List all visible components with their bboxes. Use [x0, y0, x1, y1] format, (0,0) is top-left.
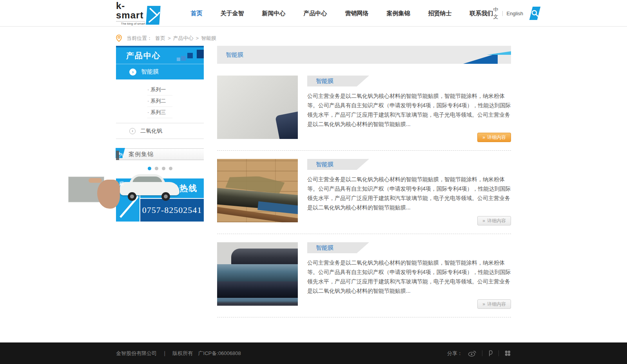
- product-description: 公司主营业务是以二氧化钒为核心材料的智能节能贴膜，智能节能涂料，纳米粉体等。公司…: [307, 175, 511, 212]
- lang-divider: [502, 11, 503, 16]
- breadcrumb-label: 当前位置：: [127, 35, 152, 42]
- location-pin-icon: [116, 34, 122, 42]
- double-arrow-icon: »: [482, 218, 485, 223]
- product-title-ribbon: 智能膜: [307, 76, 369, 86]
- content: 智能膜 智能膜 公司主营业务是以二氧化钒为核心材料的智能节能贴膜，智能节能涂料，…: [217, 46, 511, 317]
- product-menu-header: 产品中心: [116, 47, 204, 64]
- copyright: 金智股份有限公司 ｜ 版权所有 广ICP备:06006808: [116, 350, 245, 357]
- nav-item-cases[interactable]: 案例集锦: [386, 10, 410, 17]
- chevron-right-icon: ›: [129, 68, 136, 76]
- pixel-deco: [177, 58, 180, 61]
- carousel-dot-4[interactable]: [169, 167, 172, 170]
- product-image-film-on-wood[interactable]: [217, 159, 298, 222]
- sidebar-item-series-1[interactable]: ·系列一: [147, 85, 172, 96]
- product-item: 智能膜 公司主营业务是以二氧化钒为核心材料的智能节能贴膜，智能节能涂料，纳米粉体…: [217, 234, 511, 317]
- header: k-smart The king of smart 首页 关于金智 新闻中心 产…: [0, 0, 627, 27]
- footer-company: 金智股份有限公司: [116, 350, 157, 356]
- logo-k-icon: [146, 6, 161, 25]
- carousel-dot-3[interactable]: [162, 167, 165, 170]
- main-nav: 首页 关于金智 新闻中心 产品中心 营销网络 案例集锦 招贤纳士 联系我们: [190, 10, 493, 17]
- lang-zh-link[interactable]: 中文: [493, 6, 498, 20]
- search-button[interactable]: [529, 7, 540, 20]
- nav-item-contact[interactable]: 联系我们: [469, 10, 493, 17]
- footer: 金智股份有限公司 ｜ 版权所有 广ICP备:06006808 分享：: [0, 342, 627, 364]
- product-submenu: ·系列一 ·系列二 ·系列三: [116, 79, 204, 123]
- double-arrow-icon: »: [482, 301, 485, 307]
- search-icon: [531, 9, 539, 17]
- sidebar-item-smart-film[interactable]: › 智能膜: [116, 64, 204, 79]
- product-title-ribbon: 智能膜: [307, 242, 369, 253]
- share-bar: 分享：: [447, 350, 511, 357]
- pixel-deco: [181, 56, 186, 61]
- double-arrow-icon: »: [482, 135, 485, 140]
- breadcrumb-current: 智能膜: [201, 35, 216, 42]
- clover-share-icon[interactable]: [504, 350, 511, 357]
- lang-en-link[interactable]: English: [506, 11, 523, 16]
- nav-item-marketing[interactable]: 营销网络: [345, 10, 368, 17]
- triangle-deco-dark: [463, 53, 498, 64]
- page: k-smart The king of smart 首页 关于金智 新闻中心 产…: [0, 0, 627, 364]
- cases-widget: + 案例集锦 汽车贴膜: [116, 148, 204, 170]
- product-item: 智能膜 公司主营业务是以二氧化钒为核心材料的智能节能贴膜，智能节能涂料，纳米粉体…: [217, 150, 511, 234]
- nav-item-products[interactable]: 产品中心: [303, 10, 327, 17]
- pin-share-icon[interactable]: [488, 350, 493, 357]
- logo[interactable]: k-smart The king of smart: [116, 1, 160, 25]
- triangle-deco-light: [487, 51, 511, 55]
- product-item: 智能膜 公司主营业务是以二氧化钒为核心材料的智能节能贴膜，智能节能涂料，纳米粉体…: [217, 67, 511, 150]
- sidebar-item-series-2[interactable]: ·系列二: [147, 96, 172, 107]
- pixel-deco: [187, 53, 193, 58]
- chevron-right-icon: ›: [129, 128, 136, 134]
- detail-button[interactable]: »详细内容: [477, 299, 511, 309]
- carousel-dots: [116, 167, 204, 170]
- product-list: 智能膜 公司主营业务是以二氧化钒为核心材料的智能节能贴膜，智能节能涂料，纳米粉体…: [217, 67, 511, 317]
- main: 产品中心 › 智能膜 ·系列一 ·系列二 ·系列三 › 二氧化钒: [116, 46, 511, 317]
- product-image-gold-film[interactable]: [217, 76, 298, 139]
- sidebar: 产品中心 › 智能膜 ·系列一 ·系列二 ·系列三 › 二氧化钒: [116, 46, 204, 222]
- product-menu: 产品中心 › 智能膜 ·系列一 ·系列二 ·系列三 › 二氧化钒: [116, 46, 204, 139]
- hotline-phone: 0757-82502541: [140, 199, 204, 222]
- product-description: 公司主营业务是以二氧化钒为核心材料的智能节能贴膜，智能节能涂料，纳米粉体等。公司…: [307, 91, 511, 129]
- weibo-icon[interactable]: [468, 350, 477, 357]
- breadcrumb-section[interactable]: 产品中心: [173, 35, 194, 42]
- carousel-dot-1[interactable]: [148, 167, 151, 170]
- sidebar-item-series-3[interactable]: ·系列三: [147, 108, 172, 118]
- cases-title: 案例集锦: [129, 151, 154, 158]
- content-header: 智能膜: [217, 46, 511, 64]
- product-description: 公司主营业务是以二氧化钒为核心材料的智能节能贴膜，智能节能涂料，纳米粉体等。公司…: [307, 258, 511, 296]
- breadcrumb-home[interactable]: 首页: [155, 35, 165, 42]
- footer-rights: 版权所有: [172, 350, 193, 356]
- product-title-ribbon: 智能膜: [307, 159, 369, 170]
- nav-item-about[interactable]: 关于金智: [220, 10, 244, 17]
- share-label: 分享：: [447, 350, 462, 357]
- nav-item-jobs[interactable]: 招贤纳士: [428, 10, 451, 17]
- product-menu-title: 产品中心: [126, 50, 161, 61]
- detail-button[interactable]: »详细内容: [477, 133, 511, 142]
- logo-name: k-smart: [116, 1, 145, 20]
- nav-item-home[interactable]: 首页: [190, 10, 202, 17]
- product-image-dark-rolls[interactable]: [217, 242, 298, 306]
- detail-button[interactable]: »详细内容: [477, 216, 511, 225]
- breadcrumb: 当前位置： 首页 > 产品中心 > 智能膜: [116, 34, 511, 42]
- nav-item-news[interactable]: 新闻中心: [262, 10, 285, 17]
- pixel-deco: [197, 50, 204, 58]
- carousel-dot-2[interactable]: [155, 167, 158, 170]
- sidebar-item-vanadium-dioxide[interactable]: › 二氧化钒: [116, 123, 204, 139]
- footer-icp: 广ICP备:06006808: [198, 350, 241, 356]
- cases-header: + 案例集锦: [116, 148, 204, 160]
- language-switch: 中文 English: [493, 6, 523, 20]
- logo-tagline: The king of smart: [116, 21, 145, 25]
